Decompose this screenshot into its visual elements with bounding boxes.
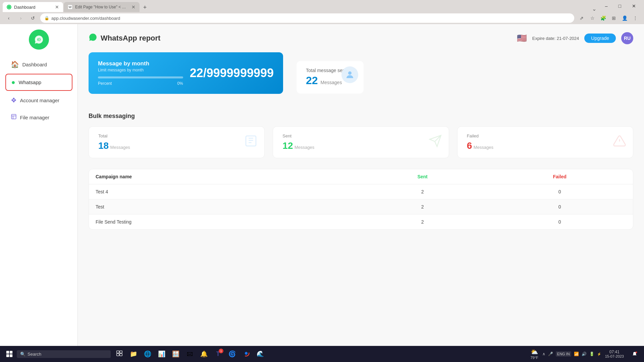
taskbar-excel[interactable]: 📊 xyxy=(155,347,168,361)
page-title-text: WhatsApp report xyxy=(101,34,160,43)
bulk-cards: Total 18 Messages Sent 12 Messages xyxy=(89,126,633,158)
bulk-failed-msg: Messages xyxy=(474,145,493,150)
svg-rect-5 xyxy=(246,136,256,146)
tab-close-wp[interactable]: ✕ xyxy=(131,4,136,10)
file-explorer-icon: 📁 xyxy=(130,350,137,358)
file-icon xyxy=(11,114,17,121)
campaign-failed-cell: 0 xyxy=(486,184,633,199)
chrome-icon xyxy=(243,350,250,358)
sidebar-label-whatsapp: Whatsapp xyxy=(19,79,42,85)
campaign-sent-cell: 2 xyxy=(359,215,487,230)
edge-icon: 🌐 xyxy=(144,350,151,358)
menu-button[interactable]: ⋮ xyxy=(631,13,640,23)
clock-time: 07:41 xyxy=(605,350,624,354)
share-button[interactable]: ⇗ xyxy=(577,13,586,23)
maximize-button[interactable]: □ xyxy=(613,0,627,12)
taskbar-file-explorer[interactable]: 📁 xyxy=(127,347,140,361)
sidebar: 🏠 Dashboard ● Whatsapp ❖ Account manager… xyxy=(0,24,78,346)
tab-label-wp: Edit Page "How to Use" < Cloud W xyxy=(75,5,129,9)
taskbar-taskview[interactable] xyxy=(113,347,126,361)
mail-icon: 🖂 xyxy=(187,351,193,358)
minimize-button[interactable]: – xyxy=(600,0,613,12)
mic-icon: 🎤 xyxy=(548,352,553,356)
forward-button[interactable]: › xyxy=(16,13,25,23)
flag-icon: 🇺🇸 xyxy=(517,34,527,43)
total-sent-number: 22 xyxy=(306,74,318,87)
url-bar[interactable]: 🔒 app.cloudwasender.com/dashboard xyxy=(40,13,574,23)
sidebar-label-file: File manager xyxy=(20,115,50,120)
svg-rect-12 xyxy=(117,351,119,353)
taskbar: 🔍 Search 📁 🌐 📊 🪟 🖂 🔔 T 1 🌀 xyxy=(0,346,644,362)
stats-row: Message by month Limit messages by month… xyxy=(89,52,633,102)
teams-badge: 1 xyxy=(219,349,223,353)
extensions-button[interactable]: 🧩 xyxy=(598,13,608,23)
windows-start-button[interactable] xyxy=(3,347,16,361)
svg-rect-9 xyxy=(10,351,12,354)
svg-rect-10 xyxy=(6,354,9,357)
new-tab-button[interactable]: + xyxy=(140,3,150,12)
bulk-card-total: Total 18 Messages xyxy=(89,126,265,158)
sidebar-item-whatsapp[interactable]: ● Whatsapp xyxy=(5,74,72,91)
taskbar-teams[interactable]: T 1 xyxy=(211,347,225,361)
taskbar-mail[interactable]: 🖂 xyxy=(183,347,197,361)
campaign-name-cell: Test xyxy=(89,199,359,215)
profile-button[interactable]: 👤 xyxy=(620,13,629,23)
taskbar-chrome[interactable] xyxy=(239,347,253,361)
col-sent: Sent xyxy=(359,169,487,184)
taskbar-whatsapp-notif[interactable]: 🔔 xyxy=(197,347,211,361)
back-button[interactable]: ‹ xyxy=(4,13,13,23)
user-avatar[interactable]: RU xyxy=(621,32,633,44)
secure-icon: 🔒 xyxy=(44,16,49,20)
taskbar-extra-app[interactable]: 🌊 xyxy=(254,347,267,361)
bulk-section-title: Bulk messaging xyxy=(89,113,633,120)
bulk-total-label: Total xyxy=(98,133,255,138)
reload-button[interactable]: ↺ xyxy=(28,13,38,23)
battery-icon: 🔋 xyxy=(589,352,594,356)
taskbar-ms-store[interactable]: 🪟 xyxy=(169,347,182,361)
taskbar-search[interactable]: 🔍 Search xyxy=(17,350,111,358)
month-value: 22/9999999999 xyxy=(190,66,274,80)
tab-wordpress[interactable]: W Edit Page "How to Use" < Cloud W ✕ xyxy=(64,2,140,12)
tab-dashboard[interactable]: Dashboard ✕ xyxy=(3,2,63,12)
tab-overflow-button[interactable]: ⌄ xyxy=(592,6,596,12)
bookmark-button[interactable]: ☆ xyxy=(588,13,597,23)
address-bar-actions: ⇗ ☆ 🧩 ⊞ 👤 ⋮ xyxy=(577,13,640,23)
taskbar-edge[interactable]: 🌐 xyxy=(141,347,154,361)
header-right: 🇺🇸 Expire date: 21-07-2024 Upgrade RU xyxy=(517,32,633,44)
campaign-failed-cell: 0 xyxy=(486,199,633,215)
sidebar-item-account[interactable]: ❖ Account manager xyxy=(5,92,72,108)
notification-center-button[interactable] xyxy=(628,347,641,361)
clock-date: 15-07-2023 xyxy=(605,354,624,358)
url-text: app.cloudwasender.com/dashboard xyxy=(51,16,120,21)
tab-close-dashboard[interactable]: ✕ xyxy=(55,4,59,10)
dashboard-icon: 🏠 xyxy=(11,60,19,68)
search-icon: 🔍 xyxy=(20,352,25,357)
bulk-total-number: 18 xyxy=(98,140,109,151)
sidebar-item-file[interactable]: File manager xyxy=(5,110,72,125)
taskview-icon xyxy=(116,350,123,358)
sidebar-browser-button[interactable]: ⊞ xyxy=(609,13,619,23)
sidebar-label-account: Account manager xyxy=(20,98,60,103)
close-window-button[interactable]: ✕ xyxy=(627,0,641,12)
wifi-icon: 📶 xyxy=(574,352,579,356)
tray-expand[interactable]: ∧ xyxy=(542,352,545,356)
bulk-failed-label: Failed xyxy=(467,133,624,138)
month-label: Message by month xyxy=(98,60,183,67)
campaign-name-cell: File Send Testing xyxy=(89,215,359,230)
page-title-icon xyxy=(89,33,97,44)
whatsapp-icon: ● xyxy=(11,78,15,86)
taskbar-clock[interactable]: 07:41 15-07-2023 xyxy=(602,350,627,358)
bulk-sent-label: Sent xyxy=(282,133,439,138)
upgrade-button[interactable]: Upgrade xyxy=(584,34,616,43)
taskbar-right: ⛅ 79°F ∧ 🎤 ENG IN 📶 🔊 🔋 ⚡ 07:41 15-07-20… xyxy=(528,347,641,361)
col-campaign-name: Campaign name xyxy=(89,169,359,184)
month-card-left: Message by month Limit messages by month… xyxy=(98,60,183,86)
progress-bar-bg xyxy=(98,76,183,78)
ms-store-icon: 🪟 xyxy=(172,350,179,358)
sidebar-item-dashboard[interactable]: 🏠 Dashboard xyxy=(5,56,72,72)
bulk-sent-icon xyxy=(429,134,442,150)
svg-point-4 xyxy=(348,71,352,75)
svg-point-16 xyxy=(245,352,248,354)
tab-favicon-wp: W xyxy=(68,5,72,9)
taskbar-ms-teams2[interactable]: 🌀 xyxy=(225,347,239,361)
